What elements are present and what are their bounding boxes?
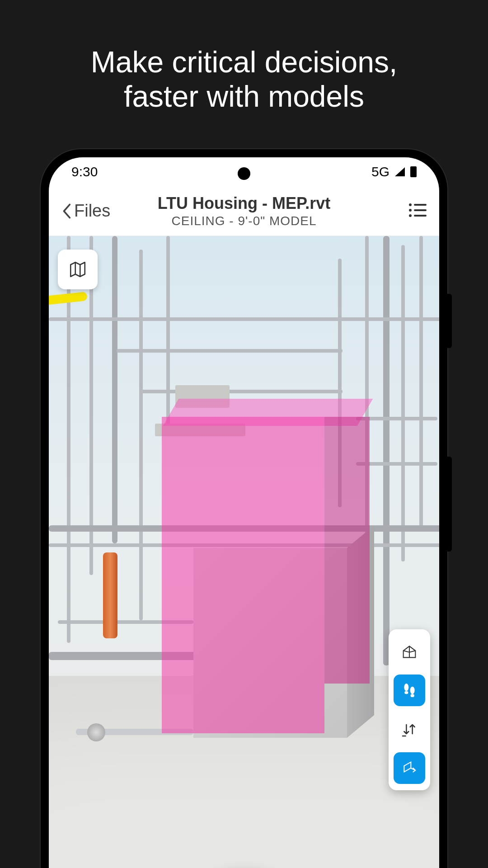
pipe xyxy=(166,236,170,426)
pipe xyxy=(139,390,343,393)
back-button[interactable]: Files xyxy=(61,201,110,221)
minimap-button[interactable] xyxy=(58,250,98,289)
pipe xyxy=(112,236,117,543)
svg-rect-3 xyxy=(414,209,427,211)
pipe xyxy=(49,317,439,321)
pipe xyxy=(401,245,405,561)
svg-point-0 xyxy=(409,203,412,206)
pipe xyxy=(419,236,423,530)
pipe xyxy=(383,236,389,665)
model-viewport[interactable] xyxy=(49,236,439,868)
phone-side-button xyxy=(447,457,452,552)
svg-point-9 xyxy=(404,691,408,694)
home-view-button[interactable] xyxy=(394,636,425,667)
section-plane-icon xyxy=(400,759,418,777)
promo-heading: Make critical decisions, faster with mod… xyxy=(0,45,488,114)
promo-line-1: Make critical decisions, xyxy=(91,45,398,79)
status-indicators: 5G xyxy=(371,164,417,179)
selection-highlight xyxy=(162,417,324,733)
svg-point-4 xyxy=(409,214,412,217)
svg-point-11 xyxy=(411,694,414,697)
map-icon xyxy=(68,260,87,279)
section-plane-button[interactable] xyxy=(394,752,425,784)
view-toolbar xyxy=(389,629,430,790)
svg-point-10 xyxy=(410,687,415,694)
phone-side-button xyxy=(447,294,452,348)
phone-frame: 9:30 5G Files LTU Housing - MEP.rvt CEIL… xyxy=(41,149,447,868)
promo-line-2: faster with models xyxy=(124,80,364,113)
signal-icon xyxy=(395,167,405,176)
status-time: 9:30 xyxy=(71,164,98,179)
selection-highlight xyxy=(324,417,370,684)
camera-notch xyxy=(238,167,250,180)
app-header: Files LTU Housing - MEP.rvt CEILING - 9'… xyxy=(49,186,439,236)
pipe-fitting xyxy=(87,723,105,741)
pipe xyxy=(117,349,343,353)
svg-rect-1 xyxy=(414,204,427,206)
walk-mode-button[interactable] xyxy=(394,675,425,706)
chevron-left-icon xyxy=(61,203,71,220)
status-bar: 9:30 5G xyxy=(49,157,439,186)
battery-icon xyxy=(410,166,417,177)
svg-point-2 xyxy=(409,209,412,212)
network-label: 5G xyxy=(371,164,389,179)
footprints-icon xyxy=(400,681,418,699)
list-view-button[interactable] xyxy=(408,203,427,220)
back-label: Files xyxy=(74,201,110,221)
svg-rect-5 xyxy=(414,215,427,217)
list-icon xyxy=(408,203,427,218)
elevation-button[interactable] xyxy=(394,713,425,745)
svg-point-8 xyxy=(404,684,408,691)
highlighted-pipe xyxy=(103,552,117,638)
elevation-arrows-icon xyxy=(400,720,418,738)
3d-home-icon xyxy=(400,642,418,660)
pipe xyxy=(139,250,143,620)
phone-screen: 9:30 5G Files LTU Housing - MEP.rvt CEIL… xyxy=(49,157,439,868)
